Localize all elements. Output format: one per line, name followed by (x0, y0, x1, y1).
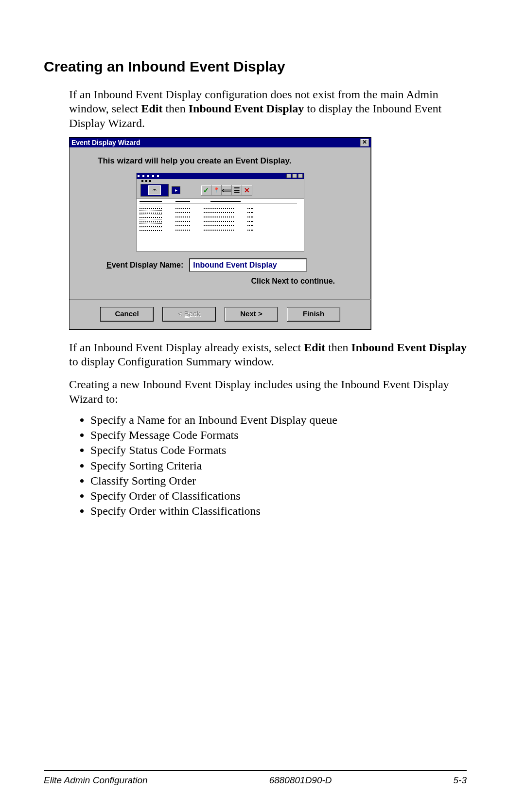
list-item: Specify Order of Classifications (90, 489, 467, 503)
section-heading: Creating an Inbound Event Display (44, 58, 467, 75)
tool-icon: 𝄐 (148, 185, 161, 195)
preview-illustration: 𝄐 ▸ ✓ 📍 ⟸ ☰ ✕ (136, 173, 304, 252)
event-display-name-input[interactable] (189, 258, 307, 272)
close-icon[interactable]: ✕ (360, 139, 369, 146)
continue-hint: Click Next to continue. (83, 277, 335, 286)
back-button: < Back (162, 307, 216, 322)
bold-text: Inbound Event Display (351, 341, 467, 354)
page-footer: Elite Admin Configuration 6880801D90-D 5… (44, 770, 467, 786)
bold-text: Edit (304, 341, 325, 354)
bullet-list: Specify a Name for an Inbound Event Disp… (69, 413, 467, 519)
dialog-titlebar: Event Display Wizard ✕ (70, 138, 371, 147)
dialog-title: Event Display Wizard (71, 139, 140, 146)
event-display-name-label: Event Display Name: (106, 261, 183, 270)
wizard-intro-text: This wizard will help you create an Even… (98, 156, 357, 166)
text: then (325, 341, 351, 354)
list-item: Specify Status Code Formats (90, 443, 467, 457)
intro-paragraph-1: If an Inbound Event Display configuratio… (69, 88, 467, 130)
list-item: Classify Sorting Order (90, 474, 467, 488)
footer-center: 6880801D90-D (269, 775, 332, 786)
event-display-wizard-dialog: Event Display Wizard ✕ This wizard will … (69, 137, 371, 330)
list-icon: ⟸ (222, 185, 232, 195)
text: If an Inbound Event Display already exis… (69, 341, 304, 354)
arrow-icon: ▸ (172, 186, 180, 194)
next-button[interactable]: Next > (225, 307, 278, 322)
list-item: Specify a Name for an Inbound Event Disp… (90, 413, 467, 427)
x-icon: ✕ (242, 185, 252, 195)
text: to display Configuration Summary window. (69, 355, 274, 368)
list-icon: ☰ (232, 185, 242, 195)
pin-icon: 📍 (211, 185, 222, 195)
footer-left: Elite Admin Configuration (44, 775, 148, 786)
list-item: Specify Order within Classifications (90, 504, 467, 518)
list-item: Specify Message Code Formats (90, 428, 467, 442)
bold-text: Inbound Event Display (189, 102, 304, 115)
paragraph-3: Creating a new Inbound Event Display inc… (69, 378, 467, 406)
paragraph-2: If an Inbound Event Display already exis… (69, 341, 467, 369)
cancel-button[interactable]: Cancel (100, 307, 154, 322)
finish-button[interactable]: Finish (287, 307, 340, 322)
bold-text: Edit (141, 102, 162, 115)
check-icon: ✓ (201, 185, 211, 195)
list-item: Specify Sorting Criteria (90, 459, 467, 473)
footer-right: 5-3 (454, 775, 467, 786)
text: then (162, 102, 188, 115)
